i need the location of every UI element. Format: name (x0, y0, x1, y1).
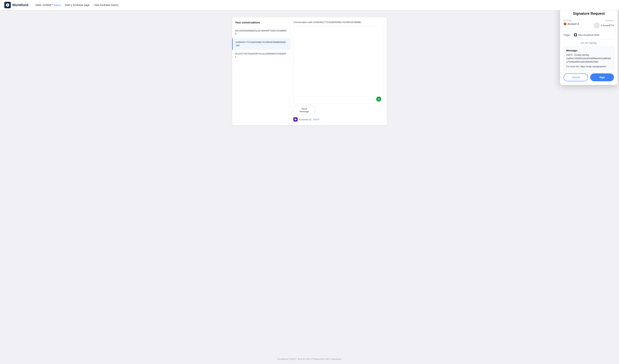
message-title: Message: (566, 49, 611, 52)
conversation-item-active[interactable]: 0x06045177CA0aE933Be741D9016Cf8d6B056662… (232, 38, 290, 50)
grammarly-icon: G (376, 97, 381, 102)
conversations-panel: Your conversations 0xFc62E94af9aBd25a1D7… (232, 17, 387, 125)
navbar: Worldfund Hello: 0x0604** logout Start a… (0, 0, 619, 10)
account-name: Account 3 (568, 23, 579, 25)
conversations-title: Your conversations (232, 21, 290, 27)
xmtp-link[interactable]: XMTP (313, 118, 319, 121)
metamask-body: Signature Request Account: Account 3 Bal… (560, 8, 618, 85)
logout-link[interactable]: logout (54, 4, 60, 6)
account-name-row: Account 3 (564, 23, 579, 25)
start-fundraise-link[interactable]: Start a fundraise page (65, 4, 90, 6)
account-balance-row: Account: Account 3 Balance: 0 KovanETH (564, 19, 614, 28)
message-section: Message: XMTP : Enable Identity2ad5dc130… (564, 46, 614, 70)
origin-url: http://localhost:3000 (578, 34, 599, 36)
xmtp-logo (293, 117, 298, 122)
brand-name: Worldfund (12, 3, 28, 7)
origin-row: Origin: http://localhost:3000 (564, 33, 614, 36)
more-info-text: For more info: https://xmtp.org/signatur… (566, 65, 611, 68)
origin-favicon (574, 33, 577, 36)
sign-button[interactable]: Sign (590, 73, 614, 81)
svg-rect-1 (575, 34, 576, 36)
messages-area[interactable]: G (293, 27, 383, 104)
logo-svg (6, 3, 10, 7)
account-label: Account: (564, 19, 579, 22)
modal-buttons: Cancel Sign (564, 73, 614, 82)
balance-section: Balance: 0 KovanETH (594, 19, 614, 28)
metamask-modal: MetaMask Notification Signature Request … (560, 1, 618, 85)
account-section: Account: Account 3 (564, 19, 579, 25)
powered-by-label: Powered by (299, 118, 311, 121)
signature-request-title: Signature Request (564, 12, 614, 16)
balance-value: 0 KovanETH (601, 24, 614, 27)
footer: Worldfund ©2022 - Built for the ETHNewYo… (0, 354, 619, 364)
logo-icon (4, 2, 11, 8)
cancel-button[interactable]: Cancel (564, 73, 588, 81)
account-avatar (564, 23, 566, 25)
conversation-item[interactable]: 0xc257274276a4e539741ca11b590b9447b26a80… (232, 50, 290, 61)
logo: Worldfund (4, 2, 33, 8)
you-are-signing-label: You are signing: (564, 42, 614, 44)
svg-point-0 (295, 119, 296, 120)
balance-circle-icon (594, 23, 600, 28)
footer-text: Worldfund ©2022 - Built for the ETHNewYo… (278, 358, 341, 360)
balance-label: Balance: (605, 19, 614, 22)
message-text: XMTP : Enable Identity2ad5dc13039001910l… (566, 53, 611, 63)
left-panel: Your conversations 0xFc62E94af9aBd25a1D7… (232, 17, 290, 125)
origin-label: Origin: (564, 34, 573, 36)
powered-by: Powered by XMTP (293, 117, 383, 122)
view-history-link[interactable]: View fundraise history (94, 4, 118, 6)
hello-text: Hello: 0x0604** (36, 4, 53, 6)
right-panel: Conversation with 0x06045177CA0aE933Be74… (290, 17, 387, 125)
main-content: Your conversations 0xFc62E94af9aBd25a1D7… (0, 10, 619, 132)
conversation-header: Conversation with 0x06045177CA0aE933Be74… (293, 21, 383, 24)
send-message-button[interactable]: Send message (293, 106, 315, 114)
conversation-item[interactable]: 0xFc62E94af9aBd25a1D7abfe00F7034Cf154BbB… (232, 27, 290, 38)
